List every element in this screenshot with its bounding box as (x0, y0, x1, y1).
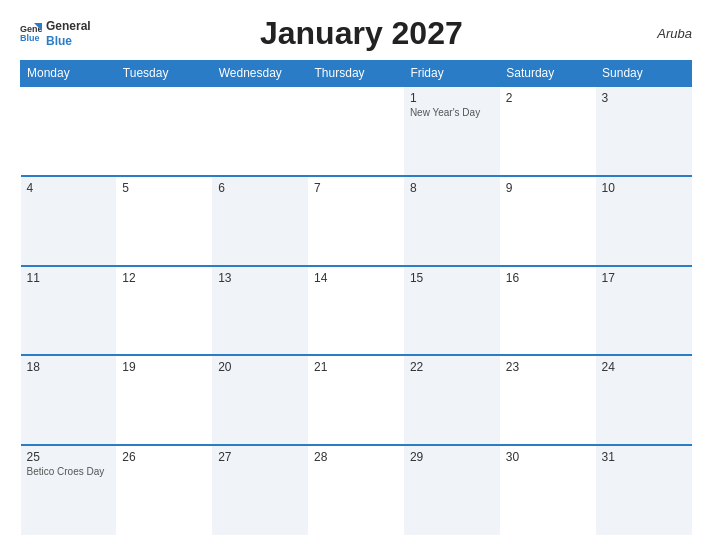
day-number: 24 (602, 360, 686, 374)
calendar-cell (21, 86, 117, 176)
svg-text:Blue: Blue (20, 33, 40, 43)
calendar-cell: 23 (500, 355, 596, 445)
day-number: 18 (27, 360, 111, 374)
day-number: 16 (506, 271, 590, 285)
calendar-cell: 7 (308, 176, 404, 266)
logo-icon: General Blue (20, 21, 42, 47)
calendar-cell: 5 (116, 176, 212, 266)
header-monday: Monday (21, 61, 117, 87)
calendar-cell: 20 (212, 355, 308, 445)
calendar-cell: 29 (404, 445, 500, 535)
day-number: 28 (314, 450, 398, 464)
calendar-week-row: 11121314151617 (21, 266, 692, 356)
calendar-cell: 31 (596, 445, 692, 535)
day-number: 23 (506, 360, 590, 374)
day-number: 25 (27, 450, 111, 464)
day-number: 1 (410, 91, 494, 105)
logo-general: General (46, 19, 91, 33)
calendar-cell: 2 (500, 86, 596, 176)
calendar-cell: 22 (404, 355, 500, 445)
calendar-cell: 30 (500, 445, 596, 535)
day-number: 17 (602, 271, 686, 285)
calendar-week-row: 18192021222324 (21, 355, 692, 445)
calendar-title: January 2027 (91, 15, 632, 52)
day-number: 4 (27, 181, 111, 195)
header-sunday: Sunday (596, 61, 692, 87)
calendar-cell: 15 (404, 266, 500, 356)
calendar-cell: 9 (500, 176, 596, 266)
calendar-cell: 3 (596, 86, 692, 176)
calendar-cell: 17 (596, 266, 692, 356)
header-friday: Friday (404, 61, 500, 87)
logo-blue: Blue (46, 34, 91, 48)
day-number: 27 (218, 450, 302, 464)
day-number: 21 (314, 360, 398, 374)
header-tuesday: Tuesday (116, 61, 212, 87)
header-wednesday: Wednesday (212, 61, 308, 87)
day-number: 26 (122, 450, 206, 464)
header-thursday: Thursday (308, 61, 404, 87)
day-number: 19 (122, 360, 206, 374)
logo-text: General Blue (46, 19, 91, 48)
calendar-header: General Blue General Blue January 2027 A… (20, 15, 692, 52)
calendar-cell: 6 (212, 176, 308, 266)
calendar-cell: 12 (116, 266, 212, 356)
calendar-cell: 4 (21, 176, 117, 266)
day-number: 15 (410, 271, 494, 285)
calendar-cell: 16 (500, 266, 596, 356)
calendar-cell: 27 (212, 445, 308, 535)
day-number: 14 (314, 271, 398, 285)
logo: General Blue General Blue (20, 19, 91, 48)
calendar-cell (116, 86, 212, 176)
day-number: 10 (602, 181, 686, 195)
calendar-page: General Blue General Blue January 2027 A… (0, 0, 712, 550)
calendar-week-row: 45678910 (21, 176, 692, 266)
calendar-cell: 21 (308, 355, 404, 445)
day-number: 31 (602, 450, 686, 464)
holiday-name: New Year's Day (410, 107, 494, 118)
day-number: 11 (27, 271, 111, 285)
day-number: 2 (506, 91, 590, 105)
calendar-cell: 18 (21, 355, 117, 445)
calendar-cell: 26 (116, 445, 212, 535)
day-number: 6 (218, 181, 302, 195)
calendar-cell (212, 86, 308, 176)
day-number: 7 (314, 181, 398, 195)
calendar-cell: 24 (596, 355, 692, 445)
day-number: 13 (218, 271, 302, 285)
day-number: 8 (410, 181, 494, 195)
calendar-cell: 11 (21, 266, 117, 356)
calendar-cell: 8 (404, 176, 500, 266)
day-number: 3 (602, 91, 686, 105)
day-number: 9 (506, 181, 590, 195)
calendar-cell: 28 (308, 445, 404, 535)
calendar-table: Monday Tuesday Wednesday Thursday Friday… (20, 60, 692, 535)
calendar-cell: 25Betico Croes Day (21, 445, 117, 535)
calendar-week-row: 25Betico Croes Day262728293031 (21, 445, 692, 535)
day-number: 5 (122, 181, 206, 195)
calendar-cell: 14 (308, 266, 404, 356)
holiday-name: Betico Croes Day (27, 466, 111, 477)
calendar-cell: 10 (596, 176, 692, 266)
weekday-header-row: Monday Tuesday Wednesday Thursday Friday… (21, 61, 692, 87)
day-number: 30 (506, 450, 590, 464)
day-number: 29 (410, 450, 494, 464)
calendar-cell: 13 (212, 266, 308, 356)
day-number: 20 (218, 360, 302, 374)
calendar-cell (308, 86, 404, 176)
calendar-cell: 19 (116, 355, 212, 445)
header-saturday: Saturday (500, 61, 596, 87)
region-label: Aruba (632, 26, 692, 41)
calendar-week-row: 1New Year's Day23 (21, 86, 692, 176)
calendar-cell: 1New Year's Day (404, 86, 500, 176)
day-number: 22 (410, 360, 494, 374)
day-number: 12 (122, 271, 206, 285)
